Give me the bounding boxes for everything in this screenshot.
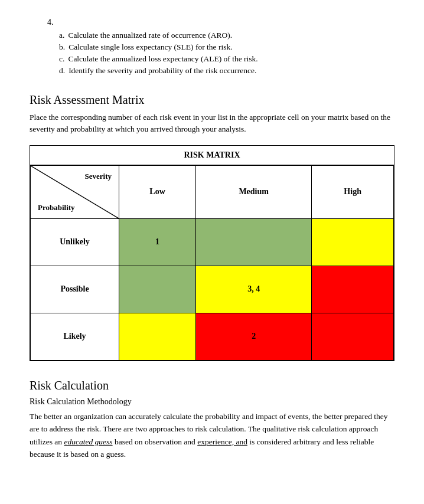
cell-likely-medium: 2 bbox=[196, 313, 312, 360]
row-label-unlikely: Unlikely bbox=[31, 218, 119, 266]
header-medium: Medium bbox=[196, 165, 312, 218]
corner-severity-label: Severity bbox=[85, 172, 112, 181]
matrix-row-unlikely: Unlikely 1 bbox=[31, 218, 394, 266]
list-number: 4. bbox=[47, 18, 394, 27]
risk-matrix-container: RISK MATRIX Severity Probability Low bbox=[30, 145, 394, 361]
matrix-header-row: Severity Probability Low Medium High bbox=[31, 165, 394, 218]
list-item-a: Calculate the annualized rate of occurre… bbox=[59, 31, 394, 40]
cell-unlikely-low: 1 bbox=[119, 218, 196, 266]
corner-probability-label: Probability bbox=[38, 203, 75, 212]
numbered-list: 4. Calculate the annualized rate of occu… bbox=[47, 18, 394, 76]
matrix-row-likely: Likely 2 bbox=[31, 313, 394, 360]
row-label-likely: Likely bbox=[31, 313, 119, 360]
cell-unlikely-high bbox=[312, 218, 394, 266]
header-low: Low bbox=[119, 165, 196, 218]
cell-likely-high bbox=[312, 313, 394, 360]
cell-possible-low bbox=[119, 266, 196, 313]
cell-possible-high bbox=[312, 266, 394, 313]
risk-matrix-title: RISK MATRIX bbox=[30, 146, 394, 165]
list-item-c: Calculate the annualized loss expectancy… bbox=[59, 54, 394, 64]
risk-assessment-title: Risk Assessment Matrix bbox=[30, 93, 394, 107]
risk-calc-underline: experience, and bbox=[197, 437, 247, 446]
list-item-d: Identify the severity and probability of… bbox=[59, 66, 394, 76]
risk-calc-body2: based on observation and bbox=[113, 437, 198, 446]
corner-cell: Severity Probability bbox=[31, 165, 119, 218]
risk-assessment-desc: Place the corresponding number of each r… bbox=[30, 112, 394, 136]
matrix-row-possible: Possible 3, 4 bbox=[31, 266, 394, 313]
sub-list: Calculate the annualized rate of occurre… bbox=[59, 31, 394, 76]
risk-calculation-section: Risk Calculation Risk Calculation Method… bbox=[30, 379, 394, 461]
risk-calc-italic-underline: educated guess bbox=[64, 437, 112, 446]
corner-content: Severity Probability bbox=[31, 166, 119, 218]
risk-calculation-subtitle: Risk Calculation Methodology bbox=[30, 397, 394, 407]
risk-calculation-body: The better an organization can accuratel… bbox=[30, 410, 394, 461]
cell-unlikely-medium bbox=[196, 218, 312, 266]
risk-calculation-title: Risk Calculation bbox=[30, 379, 394, 392]
risk-matrix-table: Severity Probability Low Medium High Unl… bbox=[30, 165, 394, 361]
header-high: High bbox=[312, 165, 394, 218]
risk-assessment-section: Risk Assessment Matrix Place the corresp… bbox=[30, 93, 394, 361]
list-item-b: Calculate single loss expectancy (SLE) f… bbox=[59, 42, 394, 52]
row-label-possible: Possible bbox=[31, 266, 119, 313]
cell-possible-medium: 3, 4 bbox=[196, 266, 312, 313]
cell-likely-low bbox=[119, 313, 196, 360]
